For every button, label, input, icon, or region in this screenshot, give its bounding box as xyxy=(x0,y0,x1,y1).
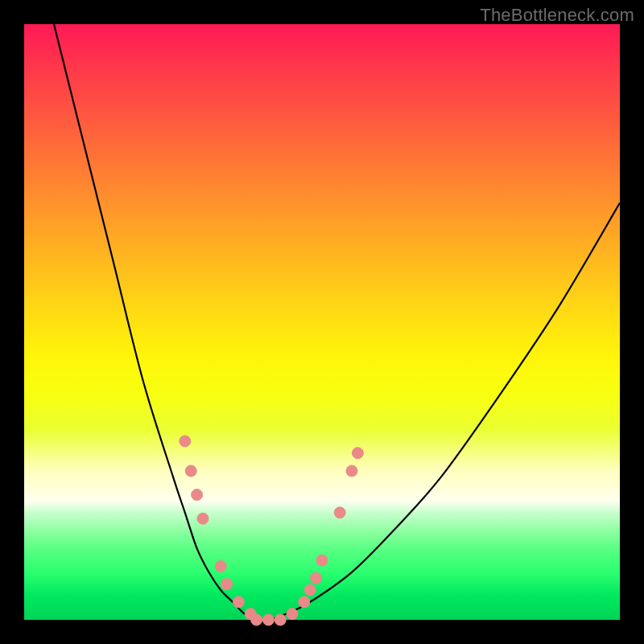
data-point xyxy=(311,572,322,584)
data-point xyxy=(251,614,262,625)
data-point xyxy=(287,609,298,620)
bottleneck-curve xyxy=(54,24,620,621)
data-point xyxy=(299,597,310,608)
data-point xyxy=(334,507,345,518)
data-point xyxy=(316,555,328,566)
data-point xyxy=(304,584,316,596)
data-point xyxy=(192,489,203,501)
data-point xyxy=(197,513,208,524)
data-point xyxy=(352,448,363,459)
data-point xyxy=(180,436,191,447)
data-point xyxy=(262,614,274,625)
data-point xyxy=(185,465,196,477)
data-point xyxy=(221,579,233,590)
plot-area xyxy=(24,24,620,620)
watermark-text: TheBottleneck.com xyxy=(480,5,634,26)
chart-frame: TheBottleneck.com xyxy=(0,0,644,644)
data-point xyxy=(275,614,286,625)
data-point xyxy=(346,465,357,477)
data-points xyxy=(180,436,364,625)
chart-svg xyxy=(24,24,620,620)
data-point xyxy=(215,560,226,572)
data-point xyxy=(233,597,244,608)
